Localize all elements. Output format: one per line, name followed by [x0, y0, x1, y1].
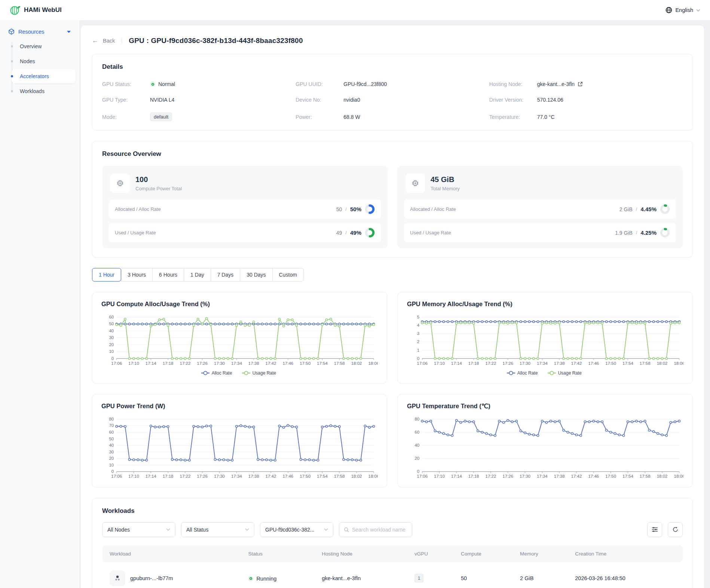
detail-field-hosting-node: Hosting Node:gke-kant...e-3fln — [489, 81, 683, 87]
svg-text:17:34: 17:34 — [537, 361, 548, 366]
time-tab-custom[interactable]: Custom — [272, 268, 304, 281]
svg-text:17:30: 17:30 — [520, 474, 530, 478]
chart-canvas: 02040608017:0617:1017:1417:1817:2217:261… — [407, 416, 683, 483]
chart-gpu-power-trend-w: GPU Power Trend (W)0102030405060708017:0… — [92, 394, 387, 487]
svg-text:17:14: 17:14 — [451, 474, 462, 478]
time-tab-6-hours[interactable]: 6 Hours — [152, 268, 184, 281]
svg-text:18:06: 18:06 — [674, 361, 683, 366]
time-tab-1-day[interactable]: 1 Day — [184, 268, 211, 281]
svg-text:60: 60 — [414, 430, 419, 434]
workloads-table-header: WorkloadStatusHosting NodevGPUComputeMem… — [102, 545, 683, 562]
svg-text:17:34: 17:34 — [231, 474, 242, 478]
column-header-hosting-node: Hosting Node — [316, 545, 408, 562]
details-title: Details — [102, 63, 683, 71]
sidebar-items: OverviewNodesAcceleratorsWorkloads — [12, 39, 76, 98]
charts-grid: GPU Compute Alloc/Usage Trend (%)0102030… — [92, 292, 693, 487]
svg-text:17:54: 17:54 — [622, 474, 633, 478]
sidebar-item-dot — [11, 60, 13, 62]
workload-name[interactable]: gpuburn-...-lb77m — [130, 575, 173, 581]
svg-text:17:58: 17:58 — [640, 361, 651, 366]
svg-text:Usage Rate: Usage Rate — [253, 370, 276, 376]
sidebar-item-nodes[interactable]: Nodes — [12, 54, 76, 68]
hosting-node-link[interactable] — [578, 81, 583, 87]
time-tab-30-days[interactable]: 30 Days — [240, 268, 272, 281]
chart-canvas: 01234517:0617:1017:1417:1817:2217:2617:3… — [407, 314, 683, 379]
chevron-down-icon — [67, 30, 71, 33]
svg-text:17:26: 17:26 — [197, 361, 208, 366]
column-settings-button[interactable] — [647, 522, 662, 537]
svg-text:10: 10 — [109, 349, 114, 354]
svg-text:20: 20 — [109, 342, 114, 347]
svg-text:17:30: 17:30 — [214, 361, 225, 366]
svg-text:30: 30 — [109, 335, 114, 340]
watermelon-logo-icon — [10, 5, 20, 15]
node-filter-select[interactable]: All Nodes — [102, 522, 175, 537]
sidebar-item-accelerators[interactable]: Accelerators — [12, 69, 76, 83]
mode-tag: default — [150, 113, 172, 121]
resource-metric-row: Allocated / Alloc Rate50/50% — [109, 200, 381, 219]
svg-text:17:10: 17:10 — [128, 361, 139, 366]
language-selector[interactable]: English — [665, 7, 700, 13]
svg-text:17:22: 17:22 — [180, 474, 190, 478]
svg-text:18:06: 18:06 — [368, 361, 378, 366]
svg-text:17:14: 17:14 — [451, 361, 462, 366]
detail-field-temperature: Temperature:77.0 °C — [489, 113, 683, 121]
svg-text:17:06: 17:06 — [111, 474, 122, 478]
svg-text:17:38: 17:38 — [248, 361, 259, 366]
chart-title: GPU Temperature Trend (℃) — [407, 403, 683, 410]
svg-text:18:06: 18:06 — [674, 474, 683, 478]
workload-search-input[interactable] — [352, 527, 407, 533]
sidebar-item-resources[interactable]: Resources — [4, 25, 76, 39]
back-arrow-icon[interactable]: ← — [92, 37, 98, 44]
svg-text:17:58: 17:58 — [334, 361, 345, 366]
workloads-table-body: gpuburn-...-lb77mRunninggke-kant...e-3fl… — [102, 562, 683, 588]
refresh-button[interactable] — [668, 522, 683, 537]
svg-text:17:18: 17:18 — [468, 361, 479, 366]
table-row[interactable]: gpuburn-...-lb77mRunninggke-kant...e-3fl… — [102, 562, 683, 588]
workloads-card: Workloads All Nodes All Status GPU-f9cd0… — [92, 498, 693, 588]
external-link-icon[interactable] — [578, 81, 583, 87]
chevron-down-icon — [245, 528, 249, 531]
sidebar-item-dot — [11, 90, 13, 92]
resource-metric-row: Allocated / Alloc Rate2 GiB/4.45% — [404, 200, 676, 219]
vgpu-badge: 1 — [414, 574, 423, 582]
resource-metric-row: Used / Usage Rate49/49% — [109, 223, 381, 242]
detail-field-gpu-type: GPU Type:NVIDIA L4 — [102, 97, 296, 103]
time-tab-1-hour[interactable]: 1 Hour — [92, 268, 121, 281]
chart-gpu-temperature-trend: GPU Temperature Trend (℃)02040608017:061… — [398, 394, 693, 487]
workload-search[interactable] — [339, 522, 412, 537]
chart-title: GPU Power Trend (W) — [101, 403, 378, 410]
detail-field-device-no: Device No:nvidia0 — [296, 97, 489, 103]
svg-text:18:02: 18:02 — [657, 361, 668, 366]
svg-text:17:26: 17:26 — [197, 474, 208, 478]
chart-gpu-compute-alloc-usage-trend: GPU Compute Alloc/Usage Trend (%)0102030… — [92, 292, 387, 384]
svg-text:17:18: 17:18 — [163, 361, 174, 366]
time-tab-3-hours[interactable]: 3 Hours — [121, 268, 153, 281]
svg-text:Alloc Rate: Alloc Rate — [212, 370, 232, 376]
workloads-filters: All Nodes All Status GPU-f9cd036c-382... — [102, 522, 683, 537]
brand: HAMi WebUI — [10, 5, 62, 15]
svg-text:Alloc Rate: Alloc Rate — [517, 370, 538, 376]
sidebar-item-dot — [11, 45, 13, 47]
svg-text:17:18: 17:18 — [163, 474, 174, 478]
column-header-workload: Workload — [102, 545, 242, 562]
svg-text:3: 3 — [417, 331, 419, 336]
svg-text:17:50: 17:50 — [605, 474, 616, 478]
resource-card-total-memory: 45 GiBTotal MemoryAllocated / Alloc Rate… — [397, 166, 683, 248]
chip-icon — [110, 173, 130, 193]
svg-text:60: 60 — [109, 430, 114, 434]
back-button[interactable]: Back — [103, 38, 115, 44]
chart-canvas: 0102030405060708017:0617:1017:1417:1817:… — [101, 416, 378, 483]
header-divider — [122, 37, 122, 44]
sidebar-item-overview[interactable]: Overview — [12, 39, 76, 53]
time-tab-7-days[interactable]: 7 Days — [211, 268, 241, 281]
gpu-filter-select[interactable]: GPU-f9cd036c-382... — [260, 522, 333, 537]
svg-text:17:50: 17:50 — [300, 474, 310, 478]
status-filter-select[interactable]: All Status — [181, 522, 254, 537]
globe-icon — [665, 7, 672, 13]
svg-text:17:18: 17:18 — [468, 474, 479, 478]
svg-text:4: 4 — [417, 323, 420, 327]
memory-cell: 2 GiB — [514, 562, 569, 588]
svg-text:17:46: 17:46 — [282, 361, 293, 366]
sidebar-item-workloads[interactable]: Workloads — [12, 84, 76, 98]
